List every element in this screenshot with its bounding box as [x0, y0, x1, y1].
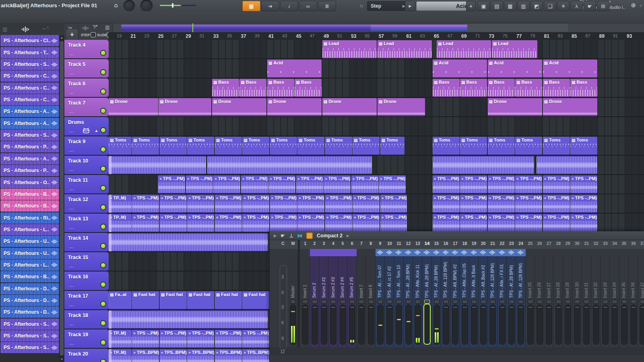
mixer-channel-number[interactable]: 24: [516, 241, 525, 246]
channel-fader[interactable]: [423, 304, 431, 345]
channel-mute-button[interactable]: [603, 300, 608, 304]
track-options[interactable]: ...: [69, 225, 74, 230]
track-header[interactable]: Track 17...: [64, 291, 109, 310]
pattern-clip[interactable]: »TPS -..PM): [187, 330, 214, 348]
pattern-clip[interactable]: ▤Fa..at: [109, 291, 132, 309]
pattern-clip[interactable]: »TPS -..PM): [132, 330, 159, 348]
channel-fader[interactable]: [330, 304, 336, 345]
song-arrow-button[interactable]: ➔: [261, 1, 279, 11]
pattern-clip[interactable]: ▤Bass: [570, 79, 597, 97]
pattern-clip[interactable]: ▤Lead: [322, 40, 377, 58]
channel-fader[interactable]: [462, 304, 468, 345]
mixer-channel-strip[interactable]: Insert 33: [601, 256, 610, 347]
track-header[interactable]: Track 18...: [64, 310, 109, 329]
pattern-clip[interactable]: »TPS -..PM): [515, 214, 542, 232]
snap-magnet-small-icon[interactable]: ∩: [359, 3, 363, 9]
pattern-clip[interactable]: ▤Lead: [378, 40, 432, 58]
pattern-clip[interactable]: »TPS -..PM): [132, 214, 159, 232]
channel-fader[interactable]: [368, 304, 374, 345]
pattern-clip[interactable]: »TP..M): [109, 349, 132, 362]
mixer-channel-strip[interactable]: TPS - Aft..128 BPM): [441, 256, 450, 347]
pattern-clip[interactable]: »TPS -..PM): [296, 175, 323, 193]
track-enable-led[interactable]: [101, 302, 105, 306]
pattern-clip[interactable]: »TPS -..PM): [297, 195, 324, 213]
channel-fader[interactable]: [527, 304, 534, 345]
channel-fader[interactable]: [640, 304, 644, 345]
browser-item[interactable]: PS - Afterhours - O..: [0, 177, 59, 188]
channel-rack-button[interactable]: ▦: [504, 1, 516, 11]
track-enable-led[interactable]: [101, 147, 105, 152]
mixer-channel-number[interactable]: M: [289, 241, 297, 246]
mixer-channel-number[interactable]: 28: [554, 241, 563, 246]
typing-keyboard-button[interactable]: Ⅲ: [318, 1, 336, 11]
mixer-channel-strip[interactable]: Master: [288, 256, 297, 347]
pattern-clip[interactable]: ▤Drone: [109, 98, 158, 116]
scrollbar-handle[interactable]: [60, 41, 64, 356]
mixer-channel-number[interactable]: 36: [629, 241, 638, 246]
mixer-channel-number[interactable]: 12: [404, 241, 413, 246]
mixer-channel-strip[interactable]: TPS - Aft..Back #2: [479, 256, 488, 347]
mixer-channel-number[interactable]: 1: [301, 241, 310, 246]
pattern-clip[interactable]: ▤Fast hat: [215, 291, 242, 309]
mixer-hand-icon[interactable]: ☛: [281, 232, 285, 239]
pattern-clip[interactable]: ▤Bass: [239, 79, 266, 97]
pattern-prev-button[interactable]: ▶: [405, 1, 415, 11]
channel-fader[interactable]: [452, 304, 458, 345]
mixer-channel-number[interactable]: 22: [497, 241, 506, 246]
track-options[interactable]: ...: [69, 128, 74, 133]
pattern-clip[interactable]: »TPS -..PM): [213, 175, 240, 193]
collapse-group-icon[interactable]: ▲: [95, 129, 98, 133]
slide-icon[interactable]: °∕°: [93, 24, 98, 30]
channel-mute-button[interactable]: [631, 300, 636, 304]
mixer-channel-strip[interactable]: TPS - Af..- Tom 10: [394, 256, 403, 347]
slide-view-icon[interactable]: ∼°: [42, 25, 49, 32]
channel-fader[interactable]: [611, 304, 618, 345]
pattern-clip[interactable]: ▤Fast hat: [160, 291, 187, 309]
pattern-clip[interactable]: ▤Acid: [267, 60, 322, 78]
audio-clip[interactable]: [207, 156, 372, 174]
pattern-clip[interactable]: »TPS -..PM): [353, 214, 380, 232]
mixer-menu-icon[interactable]: ▶: [274, 234, 277, 238]
scroll-down-icon[interactable]: ▼: [60, 357, 64, 362]
pattern-clip[interactable]: »TPS -..PM): [270, 214, 297, 232]
channel-mute-button[interactable]: [321, 300, 327, 304]
browser-item[interactable]: PS - Afterhours - Ri..: [0, 212, 59, 224]
step-checkbox[interactable]: [91, 32, 96, 37]
mixer-channel-strip[interactable]: Insert 29: [563, 256, 572, 347]
mixer-channel-number[interactable]: 8: [366, 241, 375, 246]
channel-fader[interactable]: [621, 304, 627, 345]
pattern-clip[interactable]: »TPS -..PM): [325, 195, 352, 213]
channel-mute-button[interactable]: [452, 300, 458, 304]
channel-fader[interactable]: [583, 304, 590, 345]
pattern-clip[interactable]: »TPS -..PM): [543, 175, 570, 193]
mixer-channel-number[interactable]: 30: [573, 241, 582, 246]
browser-item[interactable]: PS - Afterhours - A..: [0, 106, 59, 117]
mixer-channel-strip[interactable]: TPS - Af..28 BPM): [432, 256, 441, 347]
pattern-clip[interactable]: ▤Bass: [433, 79, 460, 97]
mixer-channel-strip[interactable]: TPS - Aft..28 BPM): [422, 256, 431, 347]
pattern-clip[interactable]: ▤Acid: [433, 60, 487, 78]
pattern-clip[interactable]: ▤Toms: [187, 137, 214, 155]
pattern-clip[interactable]: ▤Drone: [267, 98, 322, 116]
pattern-clip[interactable]: ▤Drone: [159, 98, 211, 116]
audio-clip[interactable]: [433, 156, 534, 174]
pattern-clip[interactable]: »TPS -..PM): [353, 195, 380, 213]
touch-button[interactable]: ☛: [584, 1, 596, 11]
pattern-clip[interactable]: »TPS -..PM): [268, 175, 295, 193]
pattern-clip[interactable]: ▤Toms: [242, 137, 269, 155]
browser-item[interactable]: PS - Afterhours - S..: [0, 130, 59, 141]
mixer-channel-number[interactable]: 11: [394, 241, 403, 246]
pattern-selector[interactable]: Acid ▲▼: [416, 1, 474, 11]
pattern-clip[interactable]: »TP..M): [109, 330, 132, 348]
mixer-button[interactable]: ▥: [517, 1, 530, 11]
channel-mute-button[interactable]: [443, 300, 449, 304]
channel-fader[interactable]: [405, 304, 412, 345]
pattern-clip[interactable]: »TPS -..PM): [570, 214, 597, 232]
pattern-clip[interactable]: ▤Toms: [515, 137, 542, 155]
channel-fader[interactable]: [340, 304, 346, 345]
pattern-clip[interactable]: »TPS -..PM): [132, 195, 159, 213]
channel-mute-button[interactable]: [349, 300, 355, 304]
mixer-channel-strip[interactable]: Insert 7: [357, 256, 366, 347]
audio-clip[interactable]: [109, 233, 268, 251]
track-options[interactable]: ...: [69, 167, 74, 172]
